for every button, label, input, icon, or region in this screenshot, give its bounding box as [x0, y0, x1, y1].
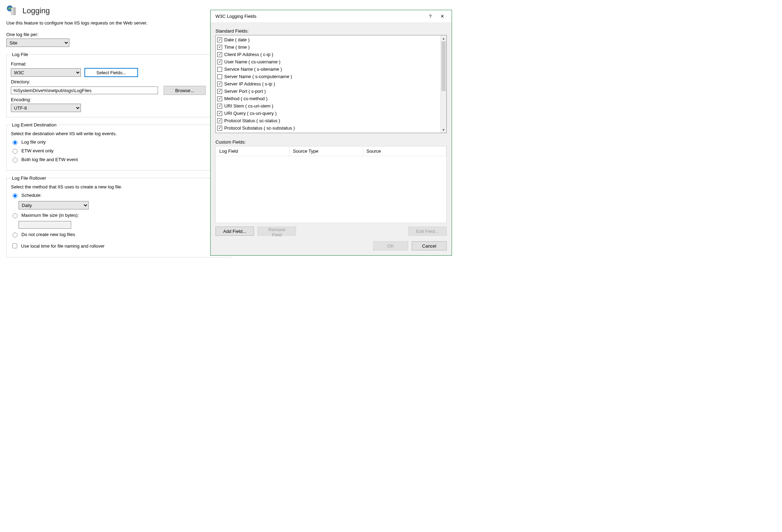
browse-button[interactable]: Browse... [164, 86, 206, 95]
checkbox-icon[interactable] [217, 74, 222, 79]
radio-log-file-only-label: Log file only [21, 139, 46, 145]
standard-field-item[interactable]: ✓Client IP Address ( c-ip ) [217, 51, 439, 58]
rollover-desc: Select the method that IIS uses to creat… [11, 184, 226, 189]
standard-field-label: Server Port ( s-port ) [224, 89, 266, 94]
standard-field-item[interactable]: ✓Protocol Status ( sc-status ) [217, 117, 439, 124]
directory-input[interactable] [11, 87, 158, 94]
col-source-type[interactable]: Source Type [289, 146, 363, 156]
scroll-up-icon[interactable]: ▲ [441, 35, 446, 41]
standard-fields-label: Standard Fields: [215, 28, 447, 34]
log-event-dest-group: Log Event Destination Select the destina… [6, 122, 231, 171]
cancel-button[interactable]: Cancel [412, 241, 447, 250]
custom-fields-label: Custom Fields: [215, 139, 447, 145]
max-size-input[interactable] [19, 221, 71, 229]
standard-field-item[interactable]: ✓Server IP Address ( s-ip ) [217, 80, 439, 88]
standard-field-item[interactable]: ✓URI Stem ( cs-uri-stem ) [217, 102, 439, 110]
standard-field-item[interactable]: ✓Server Port ( s-port ) [217, 88, 439, 95]
radio-no-new-label: Do not create new log files [21, 232, 75, 237]
standard-field-label: Protocol Status ( sc-status ) [224, 118, 280, 123]
standard-field-item[interactable]: ✓Protocol Substatus ( sc-substatus ) [217, 124, 439, 132]
standard-field-label: Server Name ( s-computername ) [224, 74, 292, 79]
rollover-group: Log File Rollover Select the method that… [6, 175, 231, 257]
vertical-scrollbar[interactable]: ▲ ▼ [440, 35, 446, 133]
format-select[interactable]: W3C [11, 68, 81, 77]
checkbox-icon[interactable]: ✓ [217, 118, 222, 123]
checkbox-icon[interactable]: ✓ [217, 52, 222, 57]
standard-field-label: Date ( date ) [224, 37, 249, 42]
checkbox-icon[interactable]: ✓ [217, 37, 222, 42]
custom-fields-table[interactable]: Log Field Source Type Source [215, 146, 447, 223]
schedule-select[interactable]: Daily [19, 201, 89, 209]
radio-log-file-only[interactable] [13, 140, 18, 145]
log-file-group: Log File Format: W3C Select Fields... Di… [6, 52, 231, 117]
standard-fields-list[interactable]: ✓Date ( date )✓Time ( time )✓Client IP A… [216, 35, 440, 133]
standard-fields-listbox: ✓Date ( date )✓Time ( time )✓Client IP A… [215, 35, 447, 133]
custom-fields-header: Log Field Source Type Source [216, 146, 446, 156]
standard-field-label: Client IP Address ( c-ip ) [224, 52, 273, 57]
radio-max-size[interactable] [13, 213, 18, 218]
checkbox-icon[interactable]: ✓ [217, 60, 222, 64]
radio-both-label: Both log file and ETW event [21, 157, 78, 162]
standard-field-item[interactable]: Service Name ( s-sitename ) [217, 65, 439, 73]
remove-field-button[interactable]: Remove Field [258, 227, 296, 236]
checkbox-icon[interactable]: ✓ [217, 126, 222, 131]
standard-field-label: Service Name ( s-sitename ) [224, 67, 282, 72]
logging-icon [6, 5, 18, 17]
scroll-track[interactable] [441, 41, 446, 127]
radio-etw-only-label: ETW event only [21, 148, 54, 153]
radio-max-size-label: Maximum file size (in bytes): [21, 213, 79, 218]
checkbox-icon[interactable]: ✓ [217, 45, 222, 50]
log-file-legend: Log File [11, 52, 29, 57]
w3c-fields-dialog: W3C Logging Fields ? ✕ Standard Fields: … [210, 10, 452, 256]
radio-etw-only[interactable] [13, 149, 18, 154]
checkbox-icon[interactable]: ✓ [217, 111, 222, 116]
dialog-body: Standard Fields: ✓Date ( date )✓Time ( t… [211, 23, 452, 255]
standard-field-label: Protocol Substatus ( sc-substatus ) [224, 125, 295, 131]
standard-field-label: Time ( time ) [224, 44, 249, 50]
ok-button[interactable]: OK [373, 241, 408, 250]
log-event-dest-desc: Select the destination where IIS will wr… [11, 131, 226, 136]
standard-field-label: Server IP Address ( s-ip ) [224, 81, 275, 87]
help-icon-glyph: ? [429, 14, 431, 19]
directory-label: Directory: [11, 79, 226, 84]
standard-field-item[interactable]: ✓Method ( cs-method ) [217, 95, 439, 102]
standard-field-label: Method ( cs-method ) [224, 96, 268, 101]
checkbox-icon[interactable] [217, 67, 222, 72]
checkbox-use-local-time-label: Use local time for file naming and rollo… [21, 243, 104, 249]
checkbox-icon[interactable]: ✓ [217, 96, 222, 101]
standard-field-label: User Name ( cs-username ) [224, 59, 280, 64]
standard-field-item[interactable]: ✓Date ( date ) [217, 36, 439, 43]
checkbox-icon[interactable]: ✓ [217, 89, 222, 94]
scroll-down-icon[interactable]: ▼ [441, 127, 446, 133]
log-event-dest-legend: Log Event Destination [11, 122, 57, 127]
standard-field-item[interactable]: ✓User Name ( cs-username ) [217, 58, 439, 65]
standard-field-label: URI Query ( cs-uri-query ) [224, 111, 277, 116]
checkbox-icon[interactable]: ✓ [217, 104, 222, 109]
help-icon[interactable]: ? [424, 12, 436, 21]
radio-both[interactable] [13, 158, 18, 163]
standard-field-item[interactable]: ✓URI Query ( cs-uri-query ) [217, 110, 439, 117]
col-source[interactable]: Source [363, 146, 446, 156]
edit-field-button[interactable]: Edit Field... [408, 227, 447, 236]
close-icon[interactable]: ✕ [436, 12, 448, 21]
dialog-title: W3C Logging Fields [215, 14, 424, 19]
add-field-button[interactable]: Add Field... [215, 227, 254, 236]
dialog-titlebar[interactable]: W3C Logging Fields ? ✕ [211, 10, 452, 23]
checkbox-icon[interactable]: ✓ [217, 82, 222, 87]
col-log-field[interactable]: Log Field [216, 146, 289, 156]
checkbox-use-local-time[interactable] [12, 243, 17, 248]
one-log-file-per-select[interactable]: Site [6, 39, 69, 47]
format-label: Format: [11, 61, 226, 67]
standard-field-label: URI Stem ( cs-uri-stem ) [224, 103, 273, 109]
radio-no-new[interactable] [13, 233, 18, 237]
radio-schedule-label: Schedule: [21, 193, 42, 198]
radio-schedule[interactable] [13, 193, 18, 198]
page-title: Logging [22, 6, 50, 15]
close-icon-glyph: ✕ [440, 14, 444, 19]
standard-field-item[interactable]: ✓Time ( time ) [217, 43, 439, 51]
encoding-select[interactable]: UTF-8 [11, 104, 81, 112]
standard-field-item[interactable]: Server Name ( s-computername ) [217, 73, 439, 80]
rollover-legend: Log File Rollover [11, 175, 47, 181]
scroll-thumb[interactable] [441, 41, 446, 91]
select-fields-button[interactable]: Select Fields... [84, 68, 138, 77]
